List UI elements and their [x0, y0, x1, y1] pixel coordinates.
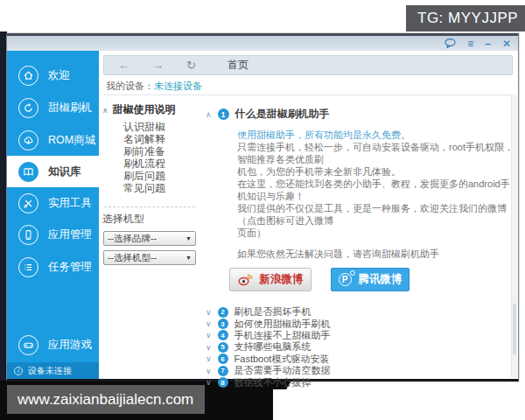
tree-item-glossary[interactable]: 名词解释	[123, 133, 200, 145]
number-badge: 2	[218, 307, 228, 318]
faq-item-1-body: 使用甜椒助手，所有功能均是永久免费。 只需连接手机，轻松一步，可自动安装设备驱动…	[237, 129, 518, 239]
tencent-weibo-button[interactable]: P 腾讯微博	[331, 268, 410, 291]
faq-item-6[interactable]: ∨ 6 Fastboot模式驱动安装	[206, 354, 518, 365]
gamepad-icon	[18, 335, 38, 355]
home-tab[interactable]: 首页	[228, 58, 248, 73]
url-watermark: www.zaixianbaijialecn.com	[7, 385, 205, 414]
expand-icon: ∨	[206, 367, 212, 375]
my-device-bar: 我的设备： 未连接设备	[103, 77, 513, 95]
number-badge: 1	[218, 108, 229, 120]
faq-item-1-header[interactable]: ∧ 1 什么是甜椒刷机助手	[206, 107, 518, 122]
highlight-line: 使用甜椒助手，所有功能均是永久免费。	[237, 129, 518, 141]
sidebar-item-app-manager[interactable]: 应用管理	[7, 219, 99, 250]
phone-icon	[18, 225, 38, 245]
sina-weibo-button[interactable]: 新浪微博	[229, 268, 312, 291]
sidebar-item-welcome[interactable]: 欢迎	[7, 60, 99, 91]
tree-item-pre-flash[interactable]: 刷前准备	[123, 145, 200, 158]
faq-item-5[interactable]: ∨ 5 支持哪些电脑系统	[206, 341, 518, 353]
tree-item-know-pepper[interactable]: 认识甜椒	[123, 121, 200, 133]
tree-item-post-flash[interactable]: 刷后问题	[123, 170, 200, 182]
close-icon[interactable]: ✕	[502, 38, 511, 49]
select-model-label: 选择机型	[102, 212, 200, 227]
info-icon: i	[14, 367, 23, 375]
tools-icon	[18, 193, 38, 214]
faq-list: ∨ 2 刷机是否损坏手机 ∨ 3 如何使用甜椒助手刷机 ∨	[206, 306, 518, 388]
tg-watermark-badge: TG: MYYJJPP	[406, 5, 525, 32]
device-status-bar: i 设备未连接	[7, 362, 99, 379]
tree-section-header[interactable]: ∧ 甜椒使用说明	[102, 102, 200, 117]
sidebar-item-flash[interactable]: 甜椒刷机	[7, 92, 99, 123]
forward-icon[interactable]: →	[152, 59, 164, 72]
number-badge: 3	[218, 318, 228, 329]
faq-item-7[interactable]: ∨ 7 是否需要手动清空数据	[206, 365, 518, 376]
sidebar-item-knowledge-base[interactable]: 知识库	[7, 156, 99, 187]
home-icon	[18, 66, 38, 86]
faq-item-2[interactable]: ∨ 2 刷机是否损坏手机	[206, 306, 518, 318]
sidebar-item-tools[interactable]: 实用工具	[7, 187, 99, 219]
minimize-icon[interactable]: –	[485, 38, 491, 49]
tree-item-flash-process[interactable]: 刷机流程	[123, 158, 200, 170]
flash-icon	[18, 98, 38, 118]
number-badge: 4	[218, 330, 228, 340]
screenshot-root: TG: MYYJJPP ≡ – ✕ 欢迎	[0, 0, 525, 420]
expand-icon: ∨	[206, 343, 212, 352]
chevron-down-icon: ▼	[186, 235, 192, 242]
collapse-icon: ∧	[102, 106, 108, 115]
number-badge: 8	[218, 377, 228, 388]
chevron-down-icon: ▼	[186, 255, 192, 261]
brand-select[interactable]: --选择品牌-- ▼	[103, 231, 196, 246]
refresh-icon[interactable]: ↻	[186, 59, 196, 72]
number-badge: 5	[218, 342, 228, 353]
faq-item-8[interactable]: ∨ 8 数据线不小心拔掉	[206, 376, 518, 388]
feedback-bubble-icon[interactable]	[444, 38, 456, 48]
tencent-weibo-icon: P	[339, 273, 352, 286]
collapse-icon: ∧	[206, 110, 212, 119]
app-window: ≡ – ✕ 欢迎 甜椒刷机	[6, 33, 519, 382]
model-select[interactable]: --选择机型-- ▼	[103, 250, 196, 265]
tree-item-common-issues[interactable]: 常见问题	[123, 182, 200, 194]
expand-icon: ∨	[206, 378, 212, 387]
faq-item-3[interactable]: ∨ 3 如何使用甜椒助手刷机	[206, 318, 518, 329]
scrollbar-thumb[interactable]	[513, 304, 516, 354]
book-icon	[18, 162, 38, 182]
window-titlebar[interactable]: ≡ – ✕	[7, 36, 518, 51]
device-connect-link[interactable]: 未连接设备	[154, 80, 202, 93]
vertical-scrollbar[interactable]	[511, 95, 517, 377]
content-area: ← → ↻ 首页 我的设备： 未连接设备 ∧ 甜椒使用说明	[99, 51, 518, 379]
back-icon[interactable]: ←	[118, 59, 130, 72]
number-badge: 6	[218, 354, 228, 364]
consult-line: 如果您依然无法解决问题，请咨询甜椒刷机助手	[237, 248, 518, 261]
faq-item-1-title: 什么是甜椒刷机助手	[235, 107, 330, 122]
faq-item-4[interactable]: ∨ 4 手机连接不上甜椒助手	[206, 330, 518, 341]
expand-icon: ∨	[206, 308, 212, 317]
divider	[104, 206, 195, 207]
help-tree-panel: ∧ 甜椒使用说明 认识甜椒 名词解释 刷前准备 刷机流程 刷后问题 常见问题	[99, 95, 200, 379]
sidebar-item-rom-store[interactable]: ROM商城	[7, 124, 99, 156]
task-list-icon	[18, 257, 38, 277]
my-device-label: 我的设备：	[106, 80, 154, 93]
sidebar-item-app-games[interactable]: 应用游戏	[7, 329, 99, 360]
sidebar-item-task-manager[interactable]: 任务管理	[7, 251, 99, 283]
sidebar-nav: 欢迎 甜椒刷机 ROM商城	[7, 51, 99, 379]
expand-icon: ∨	[206, 354, 212, 363]
device-status-text: 设备未连接	[28, 365, 72, 377]
expand-icon: ∨	[206, 319, 212, 328]
cloud-download-icon	[18, 130, 38, 150]
nav-toolbar: ← → ↻ 首页	[103, 55, 513, 75]
faq-panel: ∧ 1 什么是甜椒刷机助手 使用甜椒助手，所有功能均是永久免费。 只需连接手机，…	[200, 95, 518, 379]
sina-weibo-icon	[238, 273, 253, 286]
expand-icon: ∨	[206, 331, 212, 340]
menu-icon[interactable]: ≡	[467, 38, 473, 49]
number-badge: 7	[218, 366, 228, 376]
